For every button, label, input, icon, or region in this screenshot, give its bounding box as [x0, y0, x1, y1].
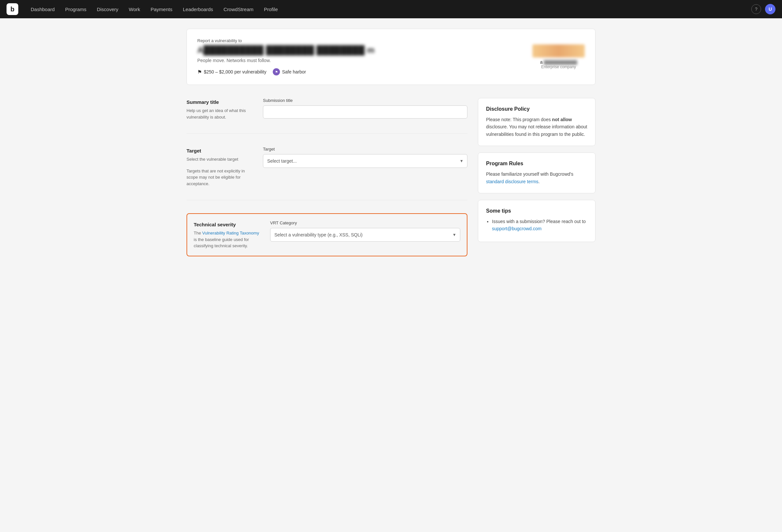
vrt-select-wrapper: Select a vulnerability type (e.g., XSS, …: [270, 228, 460, 242]
target-desc: Select the vulnerable target: [186, 156, 255, 163]
program-header-card: Report a vulnerability to A██████████ ██…: [186, 29, 596, 85]
company-type: Enterprise company: [532, 65, 585, 69]
nav-logo[interactable]: b: [6, 3, 18, 15]
program-tagline: People move. Networks must follow.: [197, 58, 375, 63]
nav-links: Dashboard Programs Discovery Work Paymen…: [26, 4, 751, 15]
nav-link-payments[interactable]: Payments: [146, 4, 177, 15]
help-button[interactable]: ?: [751, 4, 761, 14]
avatar-initials: U: [769, 6, 772, 12]
target-input-area: Target Select target... ▼: [263, 147, 467, 187]
form-area: Summary title Help us get an idea of wha…: [186, 98, 467, 256]
nav-link-crowdstream[interactable]: CrowdStream: [219, 4, 258, 15]
company-name: ████████████: [544, 60, 577, 65]
nav-link-profile[interactable]: Profile: [259, 4, 283, 15]
user-avatar[interactable]: U: [765, 4, 776, 14]
tip-item: Issues with a submission? Please reach o…: [492, 218, 587, 233]
program-logo: [532, 44, 585, 58]
target-select-wrapper: Select target... ▼: [263, 154, 467, 168]
program-meta: ⚑ $250 – $2,000 per vulnerability ⚑ Safe…: [197, 68, 375, 75]
logo-letter: b: [10, 5, 14, 13]
severity-label: Technical severity The Vulnerability Rat…: [194, 220, 262, 249]
submission-title-input[interactable]: [263, 105, 467, 118]
program-header-left: Report a vulnerability to A██████████ ██…: [197, 38, 375, 75]
tips-body: Issues with a submission? Please reach o…: [486, 218, 587, 233]
company-info: a ████████████: [532, 60, 585, 65]
summary-desc: Help us get an idea of what this vulnera…: [186, 107, 255, 120]
target-label: Target Select the vulnerable target Targ…: [186, 147, 255, 187]
program-name: A██████████ ████████ ████████ m: [197, 45, 375, 55]
question-icon: ?: [755, 6, 757, 12]
nav-link-discovery[interactable]: Discovery: [92, 4, 123, 15]
target-extra-desc: Targets that are not explicitly in scope…: [186, 168, 255, 187]
nav-link-programs[interactable]: Programs: [61, 4, 91, 15]
target-title: Target: [186, 148, 255, 153]
disclosure-policy-body: Please note: This program does not allow…: [486, 116, 587, 138]
nav-link-work[interactable]: Work: [124, 4, 145, 15]
severity-section: Technical severity The Vulnerability Rat…: [186, 213, 467, 256]
program-header-right: a ████████████ Enterprise company: [532, 44, 585, 69]
summary-label: Summary title Help us get an idea of wha…: [186, 98, 255, 120]
submission-title-label: Submission title: [263, 98, 467, 103]
program-rules-body: Please familiarize yourself with Bugcrow…: [486, 171, 587, 185]
program-rules-card: Program Rules Please familiarize yoursel…: [478, 152, 596, 193]
tips-title: Some tips: [486, 208, 587, 214]
severity-title: Technical severity: [194, 222, 262, 227]
nav-link-dashboard[interactable]: Dashboard: [26, 4, 59, 15]
program-rules-title: Program Rules: [486, 161, 587, 167]
summary-section: Summary title Help us get an idea of wha…: [186, 98, 467, 134]
shield-icon: ⚑: [275, 70, 278, 74]
standard-disclosure-link[interactable]: standard disclosure terms: [486, 179, 538, 184]
nav-link-leaderboards[interactable]: Leaderboards: [178, 4, 218, 15]
disclosure-policy-title: Disclosure Policy: [486, 106, 587, 112]
disclosure-policy-card: Disclosure Policy Please note: This prog…: [478, 98, 596, 146]
bounty-icon: ⚑: [197, 69, 202, 75]
company-prefix: a: [540, 60, 542, 65]
tips-list: Issues with a submission? Please reach o…: [486, 218, 587, 233]
vrt-select[interactable]: Select a vulnerability type (e.g., XSS, …: [270, 228, 460, 242]
bounty-text: $250 – $2,000 per vulnerability: [204, 69, 266, 74]
safe-harbor-label: Safe harbor: [282, 69, 306, 74]
support-email-link[interactable]: support@bugcrowd.com: [492, 226, 542, 231]
bounty-range: ⚑ $250 – $2,000 per vulnerability: [197, 69, 266, 75]
vrt-label: VRT Category: [270, 220, 460, 225]
page-container: Report a vulnerability to A██████████ ██…: [179, 18, 603, 267]
severity-input-area: VRT Category Select a vulnerability type…: [270, 220, 460, 249]
nav-right: ? U: [751, 4, 776, 14]
navigation: b Dashboard Programs Discovery Work Paym…: [0, 0, 782, 18]
summary-title: Summary title: [186, 99, 255, 105]
target-section: Target Select the vulnerable target Targ…: [186, 147, 467, 200]
sidebar: Disclosure Policy Please note: This prog…: [478, 98, 596, 242]
target-select[interactable]: Select target...: [263, 154, 467, 168]
safe-harbor: ⚑ Safe harbor: [273, 68, 306, 75]
main-content: Summary title Help us get an idea of wha…: [186, 98, 596, 256]
vrt-link[interactable]: Vulnerability Rating Taxonomy: [202, 230, 259, 236]
summary-input-area: Submission title: [263, 98, 467, 120]
severity-desc: The Vulnerability Rating Taxonomy is the…: [194, 230, 262, 249]
safe-harbor-badge: ⚑: [273, 68, 280, 75]
tips-card: Some tips Issues with a submission? Plea…: [478, 200, 596, 242]
target-input-label: Target: [263, 147, 467, 151]
report-label: Report a vulnerability to: [197, 38, 375, 43]
